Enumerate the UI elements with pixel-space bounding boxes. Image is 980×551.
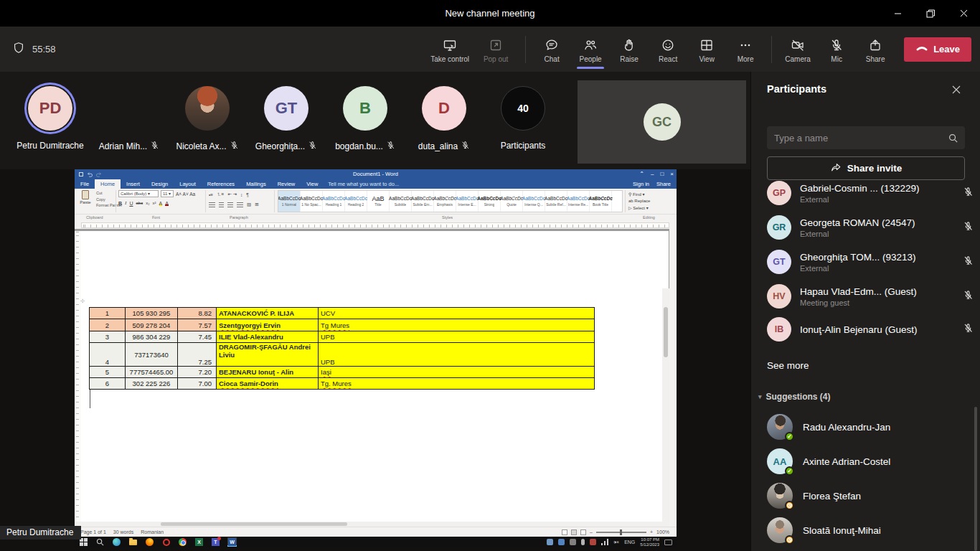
chat-button[interactable]: Chat <box>534 36 569 63</box>
superscript-button[interactable]: x² <box>153 201 156 205</box>
tab-view[interactable]: View <box>301 179 324 189</box>
panel-scrollbar[interactable] <box>974 407 977 551</box>
participant-row[interactable]: IB Ionuţ-Alin Bejenaru (Guest) <box>767 315 976 344</box>
chrome-icon[interactable] <box>178 537 187 547</box>
ranking-table[interactable]: 1 105 930 295 8.82 ATANACKOVIĆ P. ILIJA … <box>89 307 595 390</box>
taskbar-search-button[interactable] <box>95 537 105 547</box>
font-size-select[interactable]: 11 ▾ <box>161 190 174 197</box>
numbering-button[interactable]: ⒈≡ <box>217 192 224 198</box>
close-button[interactable] <box>947 0 980 27</box>
indent-buttons[interactable]: ⇤ ⇥ <box>227 192 237 197</box>
tab-references[interactable]: References <box>202 179 240 189</box>
taskbar-clock[interactable]: 10:07 PM 5/12/2023 <box>640 537 659 547</box>
tray-app-icon[interactable] <box>590 539 596 545</box>
justify-button[interactable] <box>237 202 243 207</box>
participant-search[interactable] <box>767 126 965 149</box>
strikethrough-button[interactable]: abc <box>136 201 143 205</box>
mic-muted-icon[interactable] <box>963 221 976 235</box>
participant-row[interactable]: GP Gabriel-Cosmin ... (132229)External <box>767 177 976 209</box>
bullets-button[interactable]: •≡ <box>209 192 213 197</box>
leave-button[interactable]: Leave <box>904 37 971 62</box>
tab-home[interactable]: Home <box>95 179 121 189</box>
word-horizontal-scrollbar[interactable] <box>75 522 669 527</box>
zoom-in-button[interactable]: + <box>650 529 653 534</box>
mic-button[interactable]: Mic <box>819 36 854 63</box>
select-button[interactable]: ▷ Select ▾ <box>628 205 650 210</box>
subscript-button[interactable]: x₂ <box>146 201 149 205</box>
excel-icon[interactable]: X <box>194 537 204 547</box>
participant-row[interactable]: GT Gheorghiţa TOM... (93213)External <box>767 246 976 278</box>
vertical-ruler[interactable] <box>75 231 81 522</box>
find-button[interactable]: ⚲ Find ▾ <box>628 192 650 197</box>
table-move-handle[interactable]: ⊹ <box>80 298 86 304</box>
minimize-button[interactable] <box>881 0 914 27</box>
zoom-slider[interactable] <box>596 532 646 533</box>
tab-insert[interactable]: Insert <box>121 179 146 189</box>
tray-onedrive-icon[interactable] <box>558 539 565 545</box>
video-tile-bogdan[interactable]: B bogdan.bu... <box>326 86 405 152</box>
view-button[interactable]: View <box>689 36 724 63</box>
see-more-link[interactable]: See more <box>767 360 809 371</box>
firefox-icon[interactable] <box>145 537 154 547</box>
word-vertical-scrollbar[interactable] <box>662 288 669 522</box>
shading-button[interactable]: ▨ <box>247 202 251 207</box>
mic-muted-icon[interactable] <box>963 187 976 200</box>
replace-button[interactable]: ab Replace <box>628 199 650 203</box>
mic-muted-icon[interactable] <box>963 323 976 336</box>
mic-muted-icon[interactable] <box>963 255 976 269</box>
edge-icon[interactable] <box>112 537 121 547</box>
tab-mailings[interactable]: Mailings <box>240 179 272 189</box>
pilcrow-button[interactable]: ¶ <box>246 192 249 197</box>
volume-muted-icon[interactable]: 🕩× <box>613 540 620 545</box>
people-button[interactable]: People <box>573 36 608 63</box>
font-name-select[interactable]: Calibri (Body) ▾ <box>118 190 159 197</box>
video-tile-petru[interactable]: PD Petru Dumitrache <box>11 86 90 151</box>
horizontal-ruler[interactable] <box>75 221 677 229</box>
bold-button[interactable]: B <box>118 201 122 206</box>
suggestion-row[interactable]: ✓ Radu Alexandru-Jan <box>767 411 968 443</box>
word-share-button[interactable]: Share <box>656 179 671 189</box>
more-button[interactable]: More <box>728 36 763 63</box>
opera-icon[interactable] <box>161 537 171 547</box>
camera-button[interactable]: Camera <box>781 36 815 63</box>
sort-button[interactable]: ↕ <box>240 192 242 197</box>
pop-out-button[interactable]: Pop out <box>475 36 517 63</box>
word-count[interactable]: 30 words <box>113 529 133 534</box>
print-layout-icon[interactable] <box>571 529 577 535</box>
tray-mic-icon[interactable] <box>581 539 585 545</box>
underline-button[interactable]: U <box>129 201 133 206</box>
align-center-button[interactable] <box>219 202 224 207</box>
word-minimize-icon[interactable]: – <box>651 169 654 179</box>
zoom-level[interactable]: 100% <box>656 529 669 534</box>
ribbon-options-icon[interactable]: ⌃ <box>639 169 644 179</box>
panel-close-icon[interactable] <box>951 85 961 98</box>
search-input[interactable] <box>767 133 948 143</box>
suggestions-header[interactable]: ▾ Suggestions (4) <box>758 392 831 402</box>
overflow-participants-tile[interactable]: 40 Participants <box>484 86 562 151</box>
word-icon[interactable]: W <box>227 537 237 547</box>
touch-keyboard-icon[interactable] <box>664 540 672 545</box>
video-tile-duta[interactable]: D duta_alina <box>405 86 484 152</box>
page-indicator[interactable]: Page 1 of 1 <box>80 529 106 534</box>
restore-button[interactable] <box>914 0 947 27</box>
tab-design[interactable]: Design <box>146 179 174 189</box>
language-indicator[interactable]: Romanian <box>141 529 164 534</box>
file-explorer-icon[interactable] <box>128 537 138 547</box>
tray-photos-icon[interactable] <box>570 539 576 545</box>
highlight-color-button[interactable]: A <box>159 201 163 206</box>
raise-hand-button[interactable]: Raise <box>612 36 646 63</box>
video-tile-gheorghita[interactable]: GT Gheorghiţa... <box>247 86 326 152</box>
tab-file[interactable]: File <box>75 179 95 189</box>
paste-button[interactable]: Paste <box>77 190 93 212</box>
take-control-button[interactable]: Take control <box>429 36 471 63</box>
tab-layout[interactable]: Layout <box>174 179 202 189</box>
react-button[interactable]: React <box>651 36 685 63</box>
tab-review[interactable]: Review <box>272 179 301 189</box>
web-layout-icon[interactable] <box>580 529 586 535</box>
tell-me-box[interactable]: Tell me what you want to do... <box>328 179 399 189</box>
word-restore-icon[interactable]: □ <box>660 169 664 179</box>
participant-row[interactable]: GR Georgeta ROMAN (24547)External <box>767 212 976 243</box>
video-tile-gc[interactable]: GC <box>578 80 746 164</box>
video-tile-nicoleta[interactable]: Nicoleta Ax... <box>168 86 247 152</box>
font-color-button[interactable]: A <box>165 201 169 206</box>
